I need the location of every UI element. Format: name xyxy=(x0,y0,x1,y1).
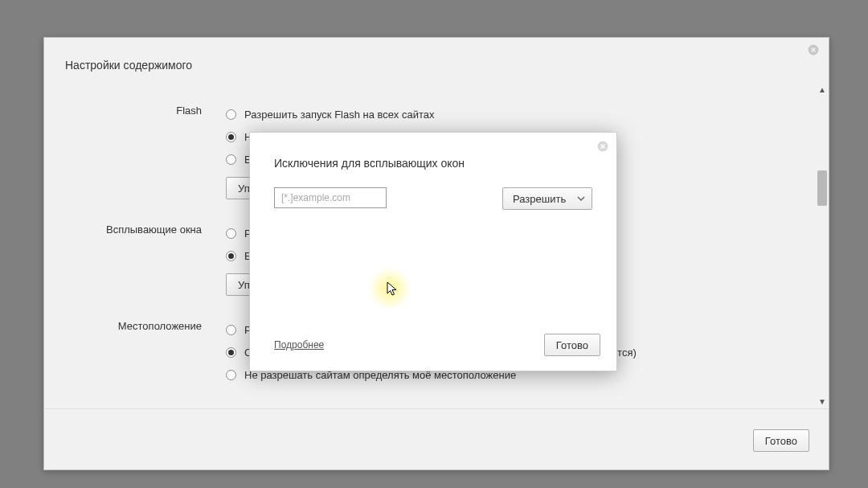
close-icon[interactable] xyxy=(808,44,819,55)
section-label-flash: Flash xyxy=(44,103,226,222)
button-label: Готово xyxy=(556,339,588,351)
radio-icon xyxy=(226,325,236,335)
host-pattern-input[interactable] xyxy=(274,187,387,208)
button-label: Готово xyxy=(765,435,797,447)
learn-more-link[interactable]: Подробнее xyxy=(274,339,324,351)
section-label-popups: Всплывающие окна xyxy=(44,222,226,318)
chevron-down-icon xyxy=(577,195,585,203)
radio-icon xyxy=(226,154,236,165)
select-value: Разрешить xyxy=(513,193,566,205)
radio-icon xyxy=(226,370,236,380)
behavior-select[interactable]: Разрешить xyxy=(502,187,592,210)
dialog-footer: Готово xyxy=(44,412,829,470)
radio-icon xyxy=(226,109,236,120)
radio-icon xyxy=(226,251,236,261)
scroll-thumb[interactable] xyxy=(817,170,827,206)
radio-icon xyxy=(226,228,236,239)
radio-icon xyxy=(226,132,236,142)
close-icon[interactable] xyxy=(597,141,608,152)
radio-icon xyxy=(226,347,236,358)
done-button[interactable]: Готово xyxy=(753,429,809,452)
dialog-title: Настройки содержимого xyxy=(65,59,192,72)
scrollbar[interactable]: ▲ ▼ xyxy=(817,85,827,407)
scroll-down-icon[interactable]: ▼ xyxy=(817,397,827,407)
scroll-up-icon[interactable]: ▲ xyxy=(817,85,827,95)
section-label-location: Местоположение xyxy=(44,318,226,386)
popup-exceptions-dialog: Исключения для всплывающих окон Разрешит… xyxy=(249,132,617,371)
radio-label: Разрешить запуск Flash на всех сайтах xyxy=(244,109,434,121)
flash-allow-row[interactable]: Разрешить запуск Flash на всех сайтах xyxy=(226,103,816,125)
modal-done-button[interactable]: Готово xyxy=(544,334,600,356)
modal-title: Исключения для всплывающих окон xyxy=(274,157,465,170)
